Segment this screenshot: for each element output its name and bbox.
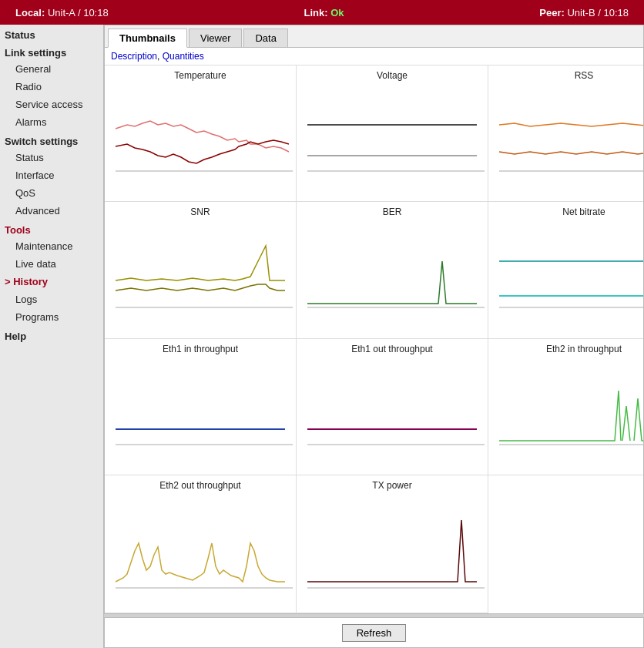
ber-chart — [300, 238, 485, 315]
sidebar-item-maintenance[interactable]: Maintenance — [0, 237, 103, 255]
link-settings-label: Link settings — [0, 42, 103, 60]
bottom-bar: Refresh — [104, 617, 644, 648]
tab-bar: Thumbnails Viewer Data — [105, 25, 643, 48]
sidebar-item-history[interactable]: History — [0, 273, 103, 290]
chart-ber: BER — [297, 202, 488, 338]
description-link[interactable]: Description — [111, 51, 157, 62]
sidebar-item-programs[interactable]: Programs — [0, 308, 103, 326]
status-section-label: Status — [0, 25, 103, 42]
local-value: Unit-A / 10:18 — [48, 7, 109, 18]
sidebar-item-qos[interactable]: QoS — [0, 184, 103, 202]
chart-rss: RSS — [488, 65, 643, 202]
voltage-chart — [300, 102, 485, 179]
chart-net-bitrate: Net bitrate — [488, 202, 643, 338]
chart-grid: Temperature Voltage — [105, 65, 643, 613]
net-bitrate-chart — [491, 238, 643, 315]
thumbnails-panel: Thumbnails Viewer Data Description, Quan… — [104, 25, 644, 614]
temperature-chart — [108, 102, 293, 179]
tools-label: Tools — [0, 220, 103, 237]
sidebar-item-general[interactable]: General — [0, 60, 103, 78]
sidebar-item-status[interactable]: Status — [0, 149, 103, 166]
eth2-in-chart — [491, 375, 643, 452]
sidebar-item-alarms[interactable]: Alarms — [0, 113, 103, 131]
content-area: Thumbnails Viewer Data Description, Quan… — [104, 25, 644, 648]
sidebar-item-radio[interactable]: Radio — [0, 78, 103, 96]
chart-eth1-out: Eth1 out throughput — [297, 339, 488, 475]
link-info: Link: Ok — [304, 7, 344, 18]
sidebar-item-service-access[interactable]: Service access — [0, 96, 103, 113]
link-label: Link: — [304, 7, 328, 18]
peer-value: Unit-B / 10:18 — [567, 7, 629, 18]
chart-eth1-in: Eth1 in throughput — [105, 339, 297, 475]
chart-temperature: Temperature — [105, 65, 297, 202]
tab-thumbnails[interactable]: Thumbnails — [108, 29, 187, 48]
sidebar-item-advanced[interactable]: Advanced — [0, 202, 103, 220]
sidebar: Status Link settings General Radio Servi… — [0, 25, 104, 648]
local-label: Local: — [15, 7, 45, 18]
chart-eth2-out: Eth2 out throughput — [105, 475, 297, 613]
sidebar-item-logs[interactable]: Logs — [0, 290, 103, 308]
local-info: Local: Unit-A / 10:18 — [15, 7, 109, 18]
top-bar: Local: Unit-A / 10:18 Link: Ok Peer: Uni… — [0, 0, 644, 25]
rss-chart — [491, 102, 643, 179]
chart-tx-power: TX power — [297, 475, 488, 613]
quantities-link[interactable]: Quantities — [163, 51, 204, 62]
sidebar-item-live-data[interactable]: Live data — [0, 255, 103, 273]
link-value: Ok — [330, 7, 344, 18]
refresh-button[interactable]: Refresh — [342, 624, 407, 642]
chart-voltage: Voltage — [297, 65, 488, 202]
eth1-in-chart — [108, 375, 293, 452]
help-label: Help — [0, 326, 103, 344]
chart-snr: SNR — [105, 202, 297, 338]
tab-data[interactable]: Data — [243, 29, 287, 47]
sidebar-item-interface[interactable]: Interface — [0, 166, 103, 184]
eth1-out-chart — [300, 375, 485, 452]
tab-viewer[interactable]: Viewer — [189, 29, 243, 47]
switch-settings-label: Switch settings — [0, 131, 103, 149]
chart-eth2-in: Eth2 in throughput — [488, 339, 643, 475]
snr-chart — [108, 238, 293, 315]
peer-info: Peer: Unit-B / 10:18 — [539, 7, 629, 18]
tx-power-chart — [300, 505, 485, 597]
eth2-out-chart — [108, 505, 293, 597]
peer-label: Peer: — [539, 7, 565, 18]
desc-links-bar: Description, Quantities — [105, 48, 643, 65]
